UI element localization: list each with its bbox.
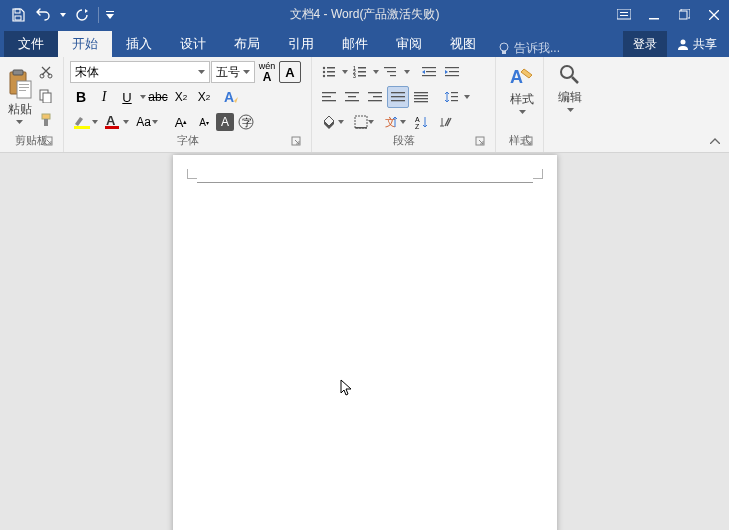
italic-button[interactable]: I: [93, 86, 115, 108]
align-left-button[interactable]: [318, 86, 340, 108]
tab-layout[interactable]: 布局: [220, 31, 274, 57]
strikethrough-button[interactable]: abc: [147, 86, 169, 108]
numbering-dropdown[interactable]: [372, 70, 379, 74]
clipboard-dialog-launcher[interactable]: [43, 136, 55, 148]
underline-button[interactable]: U: [116, 86, 138, 108]
share-button[interactable]: 共享: [669, 31, 725, 57]
show-marks-button[interactable]: [434, 111, 456, 133]
font-dialog-launcher[interactable]: [291, 136, 303, 148]
subscript-button[interactable]: X2: [170, 86, 192, 108]
styles-dialog-launcher[interactable]: [523, 136, 535, 148]
tab-design[interactable]: 设计: [166, 31, 220, 57]
svg-rect-6: [649, 18, 659, 20]
help-button[interactable]: [609, 0, 639, 29]
character-shading-button[interactable]: A: [216, 113, 234, 131]
svg-point-10: [681, 40, 686, 45]
svg-point-31: [323, 67, 325, 69]
svg-rect-70: [451, 100, 458, 101]
tab-mailings[interactable]: 邮件: [328, 31, 382, 57]
sort-button[interactable]: AZ: [411, 111, 433, 133]
undo-dropdown[interactable]: [58, 3, 68, 27]
font-name-select[interactable]: 宋体: [70, 61, 210, 83]
line-spacing-button[interactable]: [440, 86, 462, 108]
svg-rect-67: [414, 101, 428, 102]
clipboard-group-label: 剪贴板: [6, 133, 57, 150]
highlight-button[interactable]: [70, 111, 100, 133]
align-center-button[interactable]: [341, 86, 363, 108]
login-button[interactable]: 登录: [623, 31, 667, 57]
shrink-font-button[interactable]: A▾: [193, 111, 215, 133]
bullets-button[interactable]: [318, 61, 340, 83]
copy-button[interactable]: [35, 85, 57, 107]
tab-references[interactable]: 引用: [274, 31, 328, 57]
minimize-button[interactable]: [639, 0, 669, 29]
tab-view[interactable]: 视图: [436, 31, 490, 57]
font-color-button[interactable]: A: [101, 111, 131, 133]
save-button[interactable]: [6, 3, 30, 27]
redo-button[interactable]: [70, 3, 94, 27]
font-size-select[interactable]: 五号: [211, 61, 255, 83]
svg-point-8: [500, 43, 508, 51]
change-case-button[interactable]: Aa: [132, 111, 162, 133]
paste-button[interactable]: 粘贴: [6, 61, 33, 131]
editing-label: 编辑: [558, 89, 582, 106]
align-right-button[interactable]: [364, 86, 386, 108]
svg-rect-42: [358, 75, 366, 77]
svg-rect-16: [19, 90, 26, 91]
svg-rect-57: [345, 100, 359, 101]
phonetic-guide-button[interactable]: wénA: [256, 61, 278, 83]
restore-button[interactable]: [669, 0, 699, 29]
svg-rect-44: [387, 71, 396, 72]
group-font: 宋体 五号 wénA A B I U abc X2 X2 A A Aa A▴: [64, 57, 312, 152]
title-bar: 文档4 - Word(产品激活失败): [0, 0, 729, 29]
collapse-ribbon-button[interactable]: [707, 134, 723, 148]
close-button[interactable]: [699, 0, 729, 29]
tab-insert[interactable]: 插入: [112, 31, 166, 57]
svg-rect-68: [451, 92, 458, 93]
character-border-button[interactable]: A: [279, 61, 301, 83]
underline-dropdown[interactable]: [139, 95, 146, 99]
multilevel-dropdown[interactable]: [403, 70, 410, 74]
numbering-button[interactable]: 123: [349, 61, 371, 83]
bold-button[interactable]: B: [70, 86, 92, 108]
borders-button[interactable]: [349, 111, 379, 133]
svg-rect-56: [348, 96, 356, 97]
group-editing: 编辑: [544, 57, 592, 152]
qat-customize[interactable]: [103, 3, 117, 27]
cut-button[interactable]: [35, 61, 57, 83]
paragraph-dialog-launcher[interactable]: [475, 136, 487, 148]
tab-file[interactable]: 文件: [4, 31, 58, 57]
svg-rect-34: [327, 71, 335, 73]
tab-review[interactable]: 审阅: [382, 31, 436, 57]
tell-me-search[interactable]: 告诉我...: [498, 40, 560, 57]
svg-rect-38: [358, 67, 366, 69]
svg-text:A: A: [224, 89, 234, 105]
ribbon: 粘贴 剪贴板 宋体 五号 wénA A B I U: [0, 57, 729, 153]
enclose-characters-button[interactable]: 字: [235, 111, 257, 133]
line-spacing-dropdown[interactable]: [463, 95, 470, 99]
bullets-dropdown[interactable]: [341, 70, 348, 74]
styles-icon: A: [508, 63, 536, 89]
svg-rect-52: [322, 92, 336, 93]
increase-indent-button[interactable]: [441, 61, 463, 83]
format-painter-button[interactable]: [35, 109, 57, 131]
document-page[interactable]: [173, 155, 557, 530]
tab-home[interactable]: 开始: [58, 31, 112, 57]
editing-button[interactable]: 编辑: [550, 61, 590, 114]
group-paragraph: 123 文 AZ: [312, 57, 496, 152]
asian-layout-button[interactable]: 文: [380, 111, 410, 133]
svg-rect-72: [355, 127, 367, 129]
decrease-indent-button[interactable]: [418, 61, 440, 83]
undo-button[interactable]: [32, 3, 56, 27]
justify-button[interactable]: [387, 86, 409, 108]
group-clipboard: 粘贴 剪贴板: [0, 57, 64, 152]
text-effects-button[interactable]: A: [216, 86, 246, 108]
styles-button[interactable]: A 样式: [502, 61, 542, 116]
superscript-button[interactable]: X2: [193, 86, 215, 108]
document-area[interactable]: [0, 153, 729, 530]
svg-rect-32: [327, 67, 335, 69]
multilevel-list-button[interactable]: [380, 61, 402, 83]
grow-font-button[interactable]: A▴: [170, 111, 192, 133]
shading-button[interactable]: [318, 111, 348, 133]
distributed-button[interactable]: [410, 86, 432, 108]
